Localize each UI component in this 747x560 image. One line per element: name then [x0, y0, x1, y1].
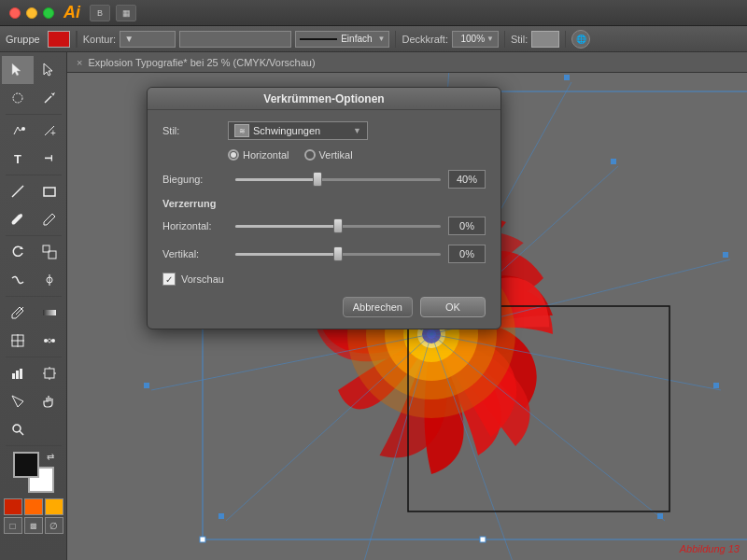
titlebar: Ai B ▦	[0, 0, 747, 26]
eyedropper-tool[interactable]	[2, 299, 34, 327]
abbrechen-button[interactable]: Abbrechen	[343, 297, 413, 317]
blend-tool[interactable]	[34, 327, 65, 355]
fill-color-box[interactable]	[48, 31, 70, 48]
horizontal-radio[interactable]: Horizontal	[228, 149, 289, 161]
horizontal-radio-btn[interactable]	[228, 149, 239, 161]
bottom-tools: □ ▩ ∅	[2, 497, 65, 536]
magic-wand-tool[interactable]	[34, 84, 65, 112]
slice-tool[interactable]	[2, 387, 34, 415]
opacity-input[interactable]: 100% ▼	[452, 31, 499, 48]
tool-row-4: T T	[2, 145, 65, 173]
svg-marker-0	[12, 63, 21, 76]
ok-button[interactable]: OK	[420, 297, 486, 317]
text-vertical-tool[interactable]: T	[34, 145, 65, 173]
left-toolbar: + T T	[0, 52, 67, 560]
radio-group: Horizontal Vertikal	[228, 149, 486, 161]
direct-select-tool[interactable]	[34, 56, 65, 84]
doc-tab-title: Explosion Typografie* bei 25 % (CMYK/Vor…	[88, 57, 315, 68]
rectangle-tool[interactable]	[34, 177, 65, 205]
group-label: Gruppe	[6, 34, 40, 45]
toolbar: Gruppe Kontur: ▼ Einfach ▼ Deckkraft: 10…	[0, 26, 747, 52]
biegung-label: Biegung:	[162, 174, 228, 185]
column-graph-tool[interactable]	[2, 359, 34, 387]
svg-rect-64	[564, 75, 570, 80]
biegung-slider[interactable]	[235, 172, 441, 187]
selection-tool[interactable]	[2, 56, 34, 84]
watermark: Abbildung 13	[680, 543, 740, 554]
minimize-button[interactable]	[26, 7, 37, 19]
line-tool[interactable]	[2, 177, 34, 205]
svg-point-21	[44, 339, 48, 343]
vertikal2-slider-thumb[interactable]	[333, 246, 343, 261]
arrange-icon[interactable]: ▦	[116, 5, 136, 21]
horizontal2-label: Horizontal:	[162, 220, 228, 231]
svg-line-9	[12, 186, 23, 197]
lasso-tool[interactable]	[2, 84, 34, 112]
warp-tool[interactable]	[2, 266, 34, 294]
foreground-color[interactable]	[13, 452, 39, 478]
doc-icon[interactable]: B	[90, 5, 110, 21]
svg-rect-55	[713, 383, 719, 388]
stil-select-arrow: ▼	[353, 126, 361, 135]
doc-tab-close[interactable]: ×	[77, 57, 82, 68]
kontur-select[interactable]: ▼	[120, 31, 176, 48]
canvas: Verkrümmen-Optionen Stil: ≋ Schwingungen…	[67, 73, 747, 560]
none-fill-icon[interactable]: ∅	[45, 517, 63, 534]
zoom-tool[interactable]	[2, 415, 34, 443]
paintbrush-tool[interactable]	[2, 205, 34, 233]
horizontal-radio-label: Horizontal	[243, 149, 289, 161]
text-tool[interactable]: T	[2, 145, 34, 173]
doc-tab: × Explosion Typografie* bei 25 % (CMYK/V…	[67, 52, 747, 73]
stroke-style-select[interactable]: Einfach ▼	[295, 31, 389, 48]
dialog-buttons: Abbrechen OK	[162, 297, 486, 317]
tool-row-10	[2, 327, 65, 355]
style-box[interactable]	[531, 31, 559, 48]
pen-tool[interactable]	[2, 117, 34, 145]
horizontal2-slider-thumb[interactable]	[333, 218, 343, 233]
globe-icon[interactable]: 🌐	[571, 30, 590, 49]
gradient-tool[interactable]	[34, 299, 65, 327]
stil-label: Stil:	[511, 34, 528, 45]
color-mode-icon[interactable]: □	[4, 517, 22, 534]
vertikal-radio[interactable]: Vertikal	[304, 149, 353, 161]
pencil-tool[interactable]	[34, 205, 65, 233]
warp-options-dialog: Verkrümmen-Optionen Stil: ≋ Schwingungen…	[147, 87, 501, 329]
mesh-tool[interactable]	[2, 327, 34, 355]
scale-tool[interactable]	[34, 238, 65, 266]
close-button[interactable]	[9, 7, 21, 19]
biegung-value[interactable]: 40%	[448, 170, 486, 189]
horizontal-distortion-row: Horizontal: 0%	[162, 217, 486, 235]
svg-marker-4	[51, 92, 55, 96]
titlebar-icons: B ▦	[90, 5, 136, 21]
color-stroke-box[interactable]	[24, 498, 43, 515]
vertikal2-value[interactable]: 0%	[448, 245, 486, 263]
tool-row-8	[2, 266, 65, 294]
swap-colors-icon[interactable]: ⇄	[47, 452, 54, 462]
horizontal2-slider[interactable]	[235, 218, 441, 233]
artboard-tool[interactable]	[34, 359, 65, 387]
horizontal2-value[interactable]: 0%	[448, 217, 486, 235]
svg-rect-17	[43, 310, 56, 315]
vertikal2-slider[interactable]	[235, 246, 441, 261]
color-fill-box[interactable]	[4, 498, 22, 515]
tool-row-12	[2, 387, 65, 415]
vertikal-distortion-row: Vertikal: 0%	[162, 245, 486, 263]
rotate-tool[interactable]	[2, 238, 34, 266]
biegung-slider-thumb[interactable]	[313, 172, 322, 187]
svg-rect-26	[45, 369, 54, 378]
traffic-lights	[9, 7, 54, 19]
vorschau-checkbox[interactable]: ✓	[162, 273, 176, 286]
stil-select[interactable]: ≋ Schwingungen ▼	[228, 121, 368, 140]
vertikal-radio-btn[interactable]	[304, 149, 316, 161]
vertikal-radio-label: Vertikal	[319, 149, 353, 161]
maximize-button[interactable]	[43, 7, 54, 19]
kontur-width-select[interactable]	[179, 31, 291, 48]
tool-row-7	[2, 238, 65, 266]
biegung-slider-fill	[235, 178, 317, 181]
gradient-fill-icon[interactable]: ▩	[24, 517, 43, 534]
width-tool[interactable]	[34, 266, 65, 294]
color-extra-box[interactable]	[45, 498, 63, 515]
hand-tool[interactable]	[34, 387, 65, 415]
tool-row-5	[2, 177, 65, 205]
add-anchor-tool[interactable]: +	[34, 117, 65, 145]
